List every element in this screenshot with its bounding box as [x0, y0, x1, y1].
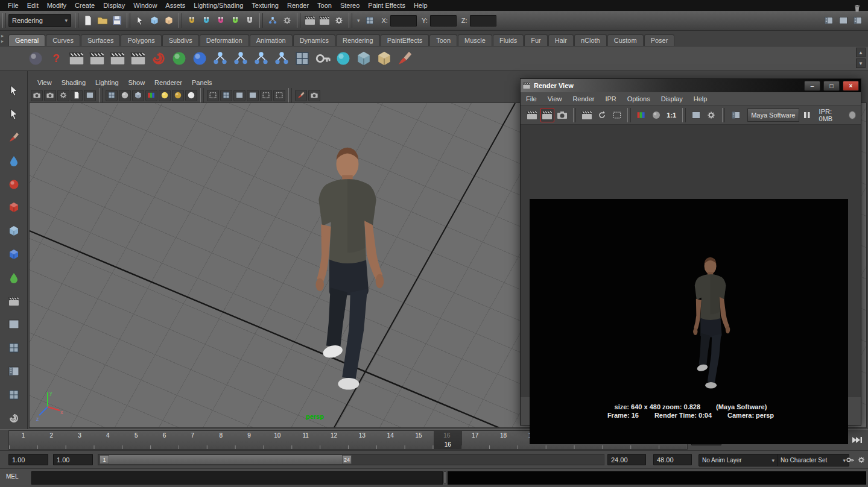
render-view-menu-item[interactable]: Options	[622, 95, 656, 102]
command-input[interactable]	[31, 471, 443, 485]
go-to-end-button[interactable]	[849, 434, 865, 446]
blue-sphere-icon[interactable]	[189, 48, 210, 69]
isolate-select-icon[interactable]	[207, 90, 219, 101]
frame-tick[interactable]: 8	[207, 432, 235, 441]
ipr-render-icon[interactable]	[580, 108, 594, 122]
menu-item[interactable]: Help	[410, 0, 432, 11]
shelf-scroll-up-icon[interactable]: ▲	[856, 48, 866, 57]
y-input[interactable]	[430, 15, 457, 27]
open-render-settings-icon[interactable]	[689, 108, 703, 122]
close-button[interactable]: ×	[843, 81, 859, 91]
character-model[interactable]	[293, 142, 400, 400]
menu-item[interactable]: Edit	[23, 0, 43, 11]
shelf-tab[interactable]: Polygons	[121, 34, 161, 46]
frame-tick[interactable]: 13	[348, 432, 376, 441]
playback-range-bar[interactable]: 1 24	[100, 455, 352, 464]
frame-tick[interactable]: 15	[405, 432, 433, 441]
auto-keyframe-icon[interactable]	[844, 454, 855, 465]
keep-image-icon[interactable]	[729, 108, 743, 122]
snap-to-grid-icon[interactable]	[185, 14, 198, 27]
image-plane-icon[interactable]	[84, 90, 96, 101]
select-hierarchy-icon[interactable]	[133, 14, 147, 27]
character-set-dropdown[interactable]: No Character Set ▾	[777, 454, 849, 467]
menu-set-dropdown[interactable]: Rendering ▾	[8, 14, 71, 27]
menu-item[interactable]: Modify	[43, 0, 71, 11]
shelf-tab[interactable]: Fur	[524, 34, 548, 46]
textured-mode-icon[interactable]	[145, 90, 157, 101]
viewport-menu-item[interactable]: Panels	[187, 79, 217, 86]
shelf-tab[interactable]: Fluids	[493, 34, 524, 46]
get-brush-icon[interactable]	[169, 48, 189, 69]
frame-tick[interactable]: 7	[179, 432, 207, 441]
statusline-grip[interactable]	[127, 13, 130, 28]
animation-preferences-icon[interactable]	[856, 454, 867, 465]
one-to-one-button[interactable]: 1:1	[664, 112, 679, 119]
render-settings-icon[interactable]	[332, 14, 346, 27]
safe-title-icon[interactable]	[273, 90, 285, 101]
grease-pencil-icon[interactable]	[295, 90, 307, 101]
sculpt-tool-icon[interactable]	[394, 48, 415, 69]
camera-aim-up-icon[interactable]	[107, 48, 128, 69]
lasso-select-tool-icon[interactable]	[2, 103, 26, 125]
frame-tick[interactable]: 6	[150, 432, 179, 441]
tool-settings-toggle-icon[interactable]	[837, 14, 850, 27]
persp-graph-layout-button[interactable]	[2, 383, 26, 406]
shelf-tab[interactable]: General	[8, 34, 45, 46]
shelf-tab[interactable]: Surfaces	[81, 34, 120, 46]
shelf-collapse-arrows-icon[interactable]: ▸▸	[1, 33, 4, 44]
shelf-tab[interactable]: Hair	[548, 34, 574, 46]
refresh-ipr-icon[interactable]	[595, 108, 609, 122]
render-current-frame-icon[interactable]	[525, 108, 539, 122]
selection-mask-chevron-icon[interactable]: ▾	[357, 17, 360, 24]
statusline-grip[interactable]	[2, 13, 6, 28]
stereo-camera-icon[interactable]	[128, 48, 148, 69]
x-input[interactable]	[390, 15, 417, 27]
menu-item[interactable]: Create	[71, 0, 99, 11]
current-frame-indicator[interactable]: 16	[434, 431, 462, 449]
menu-item[interactable]: Toon	[313, 0, 336, 11]
camera-attributes-icon[interactable]	[57, 90, 69, 101]
bookmark-icon[interactable]	[71, 90, 83, 101]
menu-item[interactable]: Texturing	[247, 0, 283, 11]
shelf-tab[interactable]: Poser	[644, 34, 675, 46]
ipr-render-icon[interactable]	[318, 14, 331, 27]
spreadsheet-icon[interactable]	[292, 48, 312, 69]
resolution-gate-icon[interactable]	[233, 90, 246, 101]
shelf-scroll-down-icon[interactable]: ▼	[856, 58, 866, 68]
snap-to-curve-icon[interactable]	[200, 14, 213, 27]
viewport-menu-item[interactable]: Shading	[57, 79, 90, 86]
render-current-frame-icon[interactable]	[303, 14, 317, 27]
gate-mask-icon[interactable]	[247, 90, 259, 101]
statusline-grip[interactable]	[179, 13, 182, 28]
connection-editor-icon[interactable]	[251, 48, 271, 69]
redo-previous-render-icon[interactable]	[540, 108, 554, 122]
statusline-grip[interactable]	[349, 13, 352, 28]
render-view-menu-item[interactable]: Help	[688, 95, 713, 102]
snapshot-icon[interactable]	[308, 90, 320, 101]
frame-tick[interactable]: 4	[93, 432, 122, 441]
menu-item[interactable]: Paint Effects	[364, 0, 410, 11]
hypershade-icon[interactable]	[230, 48, 251, 69]
script-editor-layout-button[interactable]	[2, 407, 26, 429]
z-input[interactable]	[470, 15, 496, 27]
frame-tick[interactable]: 17	[461, 432, 489, 441]
polygon-cube-icon[interactable]	[374, 48, 394, 69]
open-scene-icon[interactable]	[96, 14, 109, 27]
rgb-channels-icon[interactable]	[635, 108, 648, 122]
frame-tick[interactable]: 2	[37, 432, 66, 441]
snapshot-icon[interactable]	[556, 108, 569, 122]
snap-to-point-icon[interactable]	[214, 14, 227, 27]
select-component-icon[interactable]	[162, 14, 176, 27]
four-pane-layout-button[interactable]	[2, 337, 26, 359]
menu-item[interactable]: Lighting/Shading	[189, 0, 247, 11]
construction-history-icon[interactable]	[280, 14, 294, 27]
statusline-grip[interactable]	[75, 13, 78, 28]
shelf-tab[interactable]: Animation	[250, 34, 293, 46]
frame-tick[interactable]: 1	[9, 432, 37, 441]
menu-item[interactable]: Window	[129, 0, 161, 11]
renderer-dropdown[interactable]: Maya Software	[747, 108, 799, 122]
menu-item[interactable]: Stereo	[336, 0, 364, 11]
viewport-menu-item[interactable]: Lighting	[90, 79, 124, 86]
save-scene-icon[interactable]	[110, 14, 124, 27]
shelf-tab[interactable]: PaintEffects	[381, 34, 429, 46]
